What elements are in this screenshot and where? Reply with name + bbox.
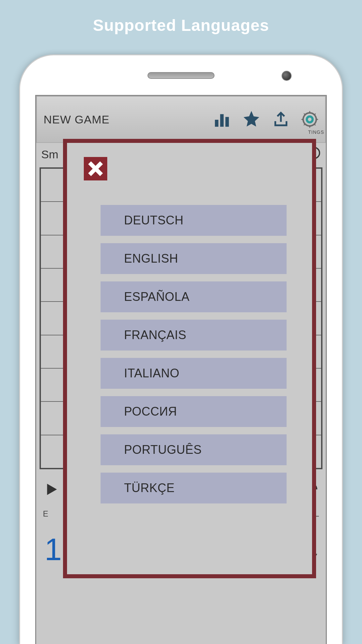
svg-rect-1 <box>220 114 224 127</box>
language-option-italiano[interactable]: ITALIANO <box>101 358 287 389</box>
close-icon <box>87 160 104 177</box>
header-icons <box>214 109 318 129</box>
svg-rect-0 <box>215 120 218 127</box>
settings-label-partial: TINGS <box>308 129 324 135</box>
language-option-russia[interactable]: РОССИЯ <box>101 396 287 427</box>
page-title: Supported Languages <box>0 0 362 35</box>
svg-rect-2 <box>225 117 229 127</box>
language-option-deutsch[interactable]: DEUTSCH <box>101 205 287 236</box>
svg-point-4 <box>303 113 316 126</box>
language-option-espanola[interactable]: ESPAÑOLA <box>101 281 287 312</box>
app-header: NEW GAME TINGS <box>36 96 326 143</box>
share-icon[interactable] <box>273 111 289 129</box>
language-modal: DEUTSCH ENGLISH ESPAÑOLA FRANÇAIS ITALIA… <box>63 139 316 578</box>
language-option-english[interactable]: ENGLISH <box>101 243 287 274</box>
language-option-francais[interactable]: FRANÇAIS <box>101 320 287 351</box>
star-icon[interactable] <box>242 109 261 129</box>
subheader-left-partial: Sm <box>41 148 58 161</box>
language-option-portugues[interactable]: PORTUGUÊS <box>101 434 287 465</box>
play-icon[interactable] <box>43 481 60 499</box>
gear-icon[interactable] <box>301 111 318 129</box>
app-screen: NEW GAME TINGS Sm <box>35 95 327 644</box>
phone-speaker <box>147 72 215 79</box>
language-option-turkce[interactable]: TÜRKÇE <box>101 473 287 503</box>
phone-frame: NEW GAME TINGS Sm <box>20 55 342 644</box>
language-list: DEUTSCH ENGLISH ESPAÑOLA FRANÇAIS ITALIA… <box>101 205 287 503</box>
stats-icon[interactable] <box>214 111 230 129</box>
svg-point-3 <box>307 116 312 122</box>
bottom-left-label-partial: E <box>43 509 48 519</box>
close-button[interactable] <box>84 157 107 180</box>
new-game-button[interactable]: NEW GAME <box>44 113 214 126</box>
number-left[interactable]: 1 <box>45 532 62 567</box>
phone-camera <box>282 71 292 81</box>
